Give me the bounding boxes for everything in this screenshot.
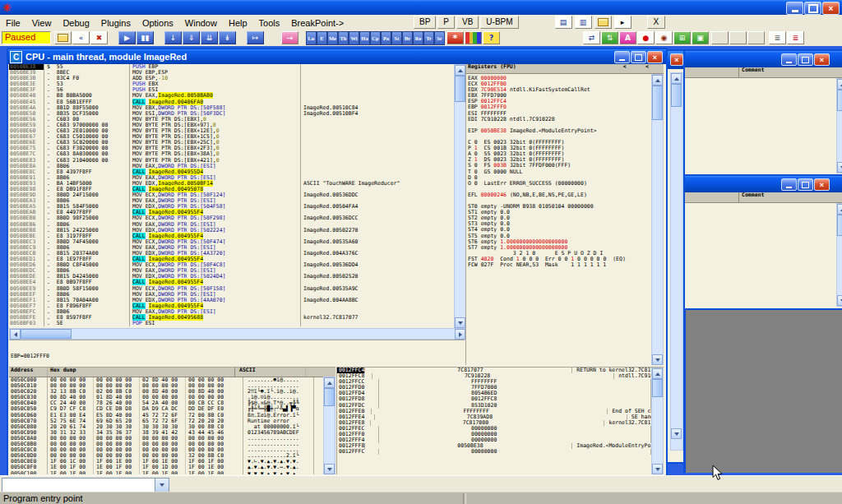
side2-close-button[interactable]: × xyxy=(814,178,830,191)
disasm-row[interactable]: 0050BEC3. 8B0D 74F45000MOV ECX,DWORD PTR… xyxy=(9,239,454,245)
panel-button-cp[interactable]: Cp xyxy=(370,31,381,45)
stack-row[interactable]: 0012FFFC00000000 xyxy=(337,449,664,455)
combobox-dropdown-icon[interactable] xyxy=(155,479,169,492)
stack-scrollbar[interactable] xyxy=(651,368,664,474)
disasm-row[interactable]: 0050BEFE. E8 8597F8FFCALL ImageRed.00495… xyxy=(9,315,454,321)
restart-icon[interactable]: « xyxy=(72,31,90,44)
disasm-hscrollbar[interactable] xyxy=(9,328,466,340)
info-pane[interactable]: EBP=0012FFF0 xyxy=(9,340,465,366)
menu-button-u-bpm[interactable]: U-BPM xyxy=(480,16,518,29)
options-gear-icon[interactable]: * xyxy=(446,31,464,44)
disasm-row[interactable]: 0050BEF7. E8 F896F8FFCALL ImageRed.00495… xyxy=(9,303,454,309)
stack-row[interactable]: 0012FFF80050BE38ImageRed.<ModuleEntryPoi… xyxy=(337,443,664,449)
plugin-record-icon[interactable]: ● xyxy=(637,31,655,44)
command-input[interactable] xyxy=(2,479,155,492)
stack-row[interactable]: 0012FFD80012FFC8 xyxy=(337,396,664,402)
pages-icon[interactable]: ▥ xyxy=(575,16,592,29)
plugin-updown-icon[interactable]: ⇅ xyxy=(601,31,618,44)
registers-pane[interactable]: Registers (FPU) < < EAX 00000000ECX 0012… xyxy=(465,64,664,365)
animate-into-icon[interactable]: ⇊ xyxy=(201,31,218,44)
plugin-a-icon[interactable]: A xyxy=(619,31,636,44)
menu-button-p[interactable]: P xyxy=(437,16,455,29)
side-window-2[interactable]: × Comment xyxy=(683,174,842,310)
plugin-window-icon[interactable]: ▣ xyxy=(692,31,709,44)
panel-button-st[interactable]: St xyxy=(391,31,402,45)
side2-column-blank[interactable] xyxy=(685,192,739,202)
blank-button[interactable] xyxy=(747,31,765,44)
swap-icon[interactable]: ⇄ xyxy=(583,31,600,44)
disasm-row[interactable]: 0050BE9D. 8B0D 24F15000MOV ECX,DWORD PTR… xyxy=(9,192,454,198)
pause-icon[interactable]: ▮▮ xyxy=(136,31,154,44)
menu-view[interactable]: View xyxy=(26,16,58,28)
panel-button-wi[interactable]: Wi xyxy=(349,31,359,45)
side2-scrollbar[interactable] xyxy=(836,203,842,307)
restore-button[interactable] xyxy=(804,2,821,15)
side2-column-comment[interactable]: Comment xyxy=(739,192,764,202)
execute-till-return-icon[interactable]: ↦ xyxy=(247,31,264,44)
disasm-row[interactable]: 0050BE8C. E8 4397F8FFCALL ImageRed.00495… xyxy=(9,169,454,175)
disassembly-pane[interactable]: 0050BE38$ 55PUSH EBP0050BE39. 8BECMOV EB… xyxy=(9,64,454,327)
disasm-row[interactable]: 0050BED6. 8B0D C8F45000MOV ECX,DWORD PTR… xyxy=(9,262,454,268)
close-program-icon[interactable]: ✖ xyxy=(90,31,108,44)
side1-minimize-button[interactable] xyxy=(781,53,797,66)
blank-button[interactable] xyxy=(711,31,729,44)
menu-tools[interactable]: Tools xyxy=(253,16,286,28)
panel-button-me[interactable]: Me xyxy=(327,31,338,45)
dump-scrollbar[interactable] xyxy=(323,377,335,474)
panel-button-ha[interactable]: Ha xyxy=(359,31,370,45)
menu-file[interactable]: File xyxy=(0,16,26,28)
dump-pane[interactable]: Address Hex dump ASCII 0050C00000 00 00 … xyxy=(9,367,335,474)
menu-options[interactable]: Options xyxy=(136,16,179,28)
panel-button-tr[interactable]: Tr xyxy=(423,31,434,45)
background-close-button[interactable]: × xyxy=(670,53,683,66)
register-line[interactable]: EFL 00000246 (NO,NB,E,BE,NS,PE,GE,LE) xyxy=(466,192,664,198)
side1-close-button[interactable]: × xyxy=(814,53,830,66)
disasm-row[interactable]: 0050BE83. C683 21040000 00MOV BYTE PTR D… xyxy=(9,158,454,164)
dump-header-address[interactable]: Address xyxy=(9,368,48,377)
disasm-row[interactable]: 0050BEE9. 8B0D 58F15000MOV ECX,DWORD PTR… xyxy=(9,286,454,292)
side-window-1-titlebar[interactable]: × xyxy=(685,51,842,67)
disasm-row[interactable]: 0050BEB0. 8B0D 98F25000MOV ECX,DWORD PTR… xyxy=(9,215,454,221)
stack-pane[interactable]: 0012FFC47C817077RETURN to kernel32.7C817… xyxy=(336,367,664,474)
cpu-minimize-button[interactable] xyxy=(614,51,630,63)
stack-row[interactable]: 0012FFE87C817080kernel32.7C817080 xyxy=(337,420,664,426)
plugin-close-button[interactable]: X xyxy=(647,16,666,29)
menu-button-bp[interactable]: BP xyxy=(414,16,436,29)
console-icon[interactable]: ▸ xyxy=(614,16,632,29)
run-icon[interactable]: ▶ xyxy=(118,31,136,44)
side-window-2-titlebar[interactable]: × xyxy=(685,176,842,192)
panel-button-sr[interactable]: Sr xyxy=(434,31,445,45)
panel-button-ln[interactable]: Ln xyxy=(306,31,317,45)
stack-row[interactable]: 0012FFF000000000 xyxy=(337,432,664,437)
disasm-vscrollbar[interactable] xyxy=(454,64,466,329)
animate-over-icon[interactable]: ↡ xyxy=(219,31,236,44)
close-button[interactable]: × xyxy=(822,2,840,15)
menu-window[interactable]: Window xyxy=(179,16,223,28)
plugin-grid-icon[interactable]: ⊞ xyxy=(673,31,691,44)
panel-button-e[interactable]: E xyxy=(317,31,327,45)
dump-header-ascii[interactable]: ASCII xyxy=(235,368,306,377)
registers-header-arrows[interactable]: < < xyxy=(623,64,664,73)
register-line[interactable]: FCW 027F Prec NEAR,53 Mask 1 1 1 1 1 1 xyxy=(466,262,664,268)
stack-row[interactable]: 0012FFC47C817077RETURN to kernel32.7C817… xyxy=(337,368,664,373)
stack-row[interactable]: 0012FFCCFFFFFFFF xyxy=(337,379,664,385)
register-line[interactable]: T 0 GS 0000 NULL xyxy=(466,169,664,175)
folder-icon[interactable] xyxy=(594,16,612,29)
disasm-row[interactable]: 0050BE3B. 83C4 F0ADD ESP,-10 xyxy=(9,76,454,81)
side1-maximize-button[interactable] xyxy=(798,53,813,66)
menu-plugins[interactable]: Plugins xyxy=(95,16,136,28)
side1-column-comment[interactable]: Comment xyxy=(739,67,764,77)
panel-button-pa[interactable]: Pa xyxy=(381,31,391,45)
register-line[interactable]: O 0 LastErr ERROR_SUCCESS (00000000) xyxy=(466,181,664,187)
notes-icon[interactable]: ▤ xyxy=(555,16,572,29)
blank-button[interactable] xyxy=(729,31,747,44)
side2-minimize-button[interactable] xyxy=(781,178,797,191)
side-window-1[interactable]: × Comment xyxy=(683,49,842,177)
disasm-row[interactable]: 0050BE3E. 53PUSH EBX xyxy=(9,81,454,87)
cpu-maximize-button[interactable] xyxy=(631,51,646,63)
disasm-row[interactable]: 0050BE38$ 55PUSH EBP xyxy=(9,64,454,70)
panel-button-th[interactable]: Th xyxy=(338,31,349,45)
menu-help[interactable]: Help xyxy=(223,16,253,28)
dump-header-hex[interactable]: Hex dump xyxy=(48,368,235,377)
stack-row[interactable]: 0012FFD48054B6ED xyxy=(337,391,664,396)
